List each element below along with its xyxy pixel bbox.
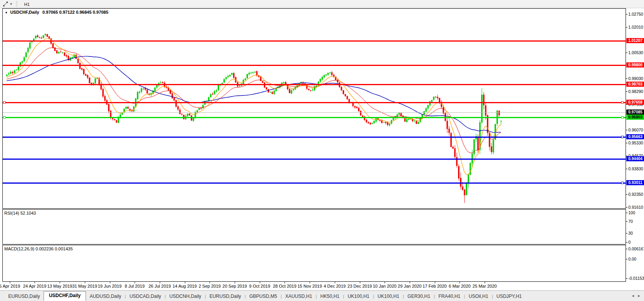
chart-tabs: EURUSD,DailyUSDCHF,DailyAUDUSD,Daily|USD…: [5, 291, 525, 301]
chart-tab-gbpusd-m5[interactable]: GBPUSD,M5: [246, 294, 281, 299]
macd-tick-mark: [626, 249, 628, 249]
date-label: 10 Jan 2020: [373, 284, 397, 288]
macd-tick-mark: [626, 259, 628, 259]
date-tick-mark: [60, 282, 60, 283]
current-price-line: [3, 112, 626, 113]
rsi-tick-mark: [626, 213, 628, 213]
chart-tab-usdcnh-daily[interactable]: USDCNH,Daily: [166, 294, 204, 299]
price-level-line-0.93011[interactable]: [3, 182, 626, 184]
chart-tab-usdchf-daily[interactable]: USDCHF,Daily: [44, 291, 86, 301]
date-tick-mark: [10, 282, 10, 283]
chart-tab-bar: EURUSD,DailyUSDCHF,DailyAUDUSD,Daily|USD…: [0, 290, 644, 301]
main-chart-panel[interactable]: [2, 8, 626, 209]
date-tick-mark: [160, 282, 160, 283]
date-tick-mark: [235, 282, 235, 283]
chart-title: ▼USDCHF,Daily0.97065 0.97122 0.96845 0.9…: [5, 10, 108, 15]
price-tick-mark: [626, 78, 628, 79]
down-candle-wicks: [13, 34, 499, 203]
date-label: 13 May 2019: [47, 284, 72, 288]
date-tick-mark: [185, 282, 185, 283]
price-tick-label: 0.98290: [628, 89, 643, 94]
chart-tab-eurusd-daily[interactable]: EURUSD,Daily: [206, 294, 245, 299]
price-level-label-0.96803: 0.96803: [626, 115, 644, 120]
chart-tab-ger30-h1[interactable]: GER30,H1: [404, 294, 434, 299]
date-tick-mark: [260, 282, 260, 283]
up-candle-bodies: [6, 34, 502, 195]
price-tick-mark: [626, 91, 628, 92]
toolbar: ▾ M1M5M15M30H1H4D1W1MN: [0, 0, 644, 8]
timeframe-button-h1[interactable]: H1: [21, 0, 36, 9]
macd-panel[interactable]: [2, 245, 626, 282]
chart-tab-hk50-h1[interactable]: HK50,H1: [317, 294, 343, 299]
level-handle-right-0.96803[interactable]: [621, 116, 624, 119]
date-label: 9 Oct 2019: [249, 284, 270, 288]
date-label: 31 May 2019: [72, 284, 97, 288]
chart-tab-fra40-h1[interactable]: FRA40,H1: [435, 294, 464, 299]
date-label: 2 Sep 2019: [199, 284, 221, 288]
rsi-tick-label: 30: [628, 231, 633, 235]
level-handle-right-0.95663[interactable]: [621, 136, 624, 138]
date-label: 26 Jul 2019: [148, 284, 171, 288]
price-level-line-1.01207[interactable]: [3, 40, 626, 42]
rsi-tick-label: 100: [628, 210, 635, 215]
level-handle-left-0.96803[interactable]: [3, 116, 5, 119]
chart-tab-usoil-h1[interactable]: USOil,H1: [465, 294, 492, 299]
chart-tab-audusd-daily[interactable]: AUDUSD,Daily: [86, 294, 125, 299]
date-label: 8 Jul 2019: [125, 284, 145, 288]
collapse-icon[interactable]: ▼: [5, 11, 8, 15]
price-level-label-0.97658: 0.97658: [626, 100, 644, 105]
price-level-line-0.98703[interactable]: [3, 84, 626, 85]
date-tick-mark: [110, 282, 110, 283]
price-tick-mark: [626, 169, 628, 169]
chart-tab-uk100-h1[interactable]: UK100,H1: [344, 294, 373, 299]
date-label: 15 Nov 2019: [297, 284, 322, 288]
tab-scroll-left-icon[interactable]: ◂: [632, 293, 634, 298]
price-tick-mark: [626, 207, 628, 208]
date-label: 24 Apr 2019: [23, 284, 46, 288]
date-tick-mark: [485, 282, 485, 283]
draw-tool-button[interactable]: ▾: [0, 0, 14, 8]
chart-tab-uk100-h1[interactable]: UK100,H1: [374, 294, 403, 299]
date-tick-mark: [85, 282, 85, 283]
ma-fast-line: [7, 38, 501, 175]
price-level-line-0.99800[interactable]: [3, 65, 626, 66]
rsi-panel[interactable]: [2, 209, 626, 244]
price-tick-label: 0.93830: [628, 166, 643, 171]
chart-tab-usdcad-daily[interactable]: USDCAD,Daily: [126, 294, 165, 299]
level-handle-right-0.93011[interactable]: [621, 182, 624, 184]
price-tick-label: 0.99030: [628, 76, 643, 81]
trendline-tool-icon: [2, 1, 9, 7]
date-label: 17 Feb 2020: [423, 284, 447, 288]
date-label: 4 Dec 2019: [324, 284, 346, 288]
date-label: 20 Sep 2019: [223, 284, 247, 288]
rsi-tick-label: 0: [628, 240, 631, 244]
date-label: 25 Mar 2020: [473, 284, 497, 288]
level-handle-left-0.97658[interactable]: [3, 101, 5, 104]
toolbar-grip[interactable]: [16, 1, 18, 7]
price-level-label-1.01207: 1.01207: [626, 38, 644, 43]
chart-symbol-label: USDCHF,Daily: [10, 10, 39, 15]
mt4-window: ▾ M1M5M15M30H1H4D1W1MN ▼USDCHF,Daily0.97…: [0, 0, 644, 301]
price-tick-label: 0.95330: [628, 140, 643, 145]
date-tick-mark: [385, 282, 385, 283]
price-level-line-0.97658[interactable]: [3, 102, 626, 103]
tab-scroll-right-icon[interactable]: ▸: [638, 293, 640, 298]
chart-tab-eurusd-daily[interactable]: EURUSD,Daily: [5, 294, 44, 299]
price-level-line-0.96803[interactable]: [3, 117, 626, 118]
date-tick-mark: [285, 282, 285, 283]
date-label: 19 Jun 2019: [98, 284, 122, 288]
chart-tab-xauusd-h1[interactable]: XAUUSD,H1: [282, 294, 316, 299]
price-tick-mark: [626, 143, 628, 143]
date-label: 5 Apr 2019: [0, 284, 20, 288]
chart-tab-usdjpy-h1[interactable]: USDJPY,H1: [493, 294, 525, 299]
macd-tick-label: 0.00: [628, 257, 636, 261]
macd-tick-label: -0.011531: [628, 276, 644, 281]
level-handle-right-0.97658[interactable]: [621, 101, 624, 104]
date-label: 6 Mar 2020: [449, 284, 471, 288]
price-level-line-0.95663[interactable]: [3, 137, 626, 138]
macd-tick-mark: [626, 278, 628, 279]
price-level-label-0.94404: 0.94404: [626, 156, 644, 161]
price-level-line-0.94404[interactable]: [3, 159, 626, 160]
date-label: 14 Aug 2019: [173, 284, 197, 288]
price-tick-label: 1.02010: [628, 25, 643, 29]
